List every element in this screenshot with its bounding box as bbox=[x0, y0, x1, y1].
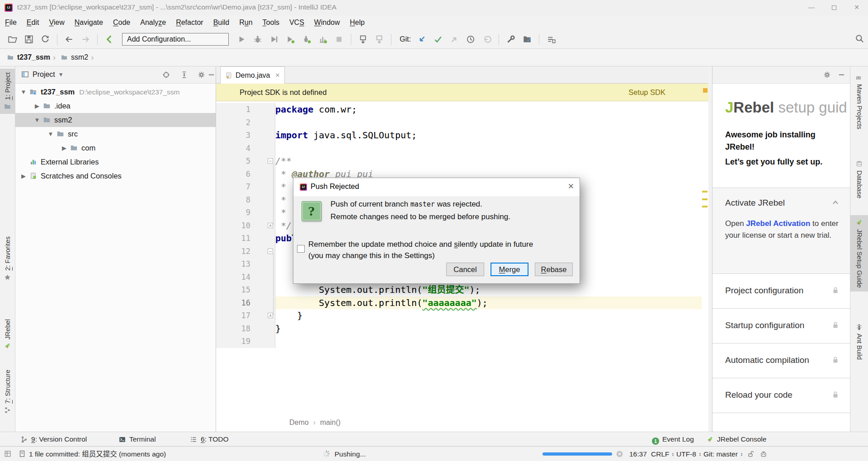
encoding-widget[interactable]: UTF-8 bbox=[676, 447, 702, 461]
open-icon[interactable] bbox=[8, 34, 18, 44]
rollback-icon[interactable] bbox=[482, 34, 492, 44]
warning-stripe-mark[interactable] bbox=[702, 198, 708, 200]
tool-window-button-jrebel-console[interactable]: JRebel Console bbox=[706, 432, 766, 447]
breadcrumb-item[interactable]: main() bbox=[320, 419, 340, 426]
tool-window-button-6-todo[interactable]: 6: TODO bbox=[190, 432, 228, 447]
fold-collapse-icon[interactable]: − bbox=[268, 158, 273, 164]
debug-icon[interactable] bbox=[253, 34, 263, 44]
menu-window[interactable]: Window bbox=[309, 15, 345, 29]
save-icon[interactable] bbox=[24, 34, 34, 44]
build-artifact-icon[interactable] bbox=[374, 34, 384, 44]
stop-icon[interactable] bbox=[334, 34, 344, 44]
tree-item-ssm2[interactable]: ▼ssm2 bbox=[15, 113, 216, 127]
forward-icon[interactable] bbox=[80, 34, 90, 44]
minimize-button[interactable]: — bbox=[800, 0, 823, 14]
stripe-tab-jrebel[interactable]: JRebel bbox=[0, 315, 15, 353]
hide-panel-icon[interactable] bbox=[837, 71, 846, 79]
menu-tools[interactable]: Tools bbox=[258, 15, 284, 29]
menu-vcs[interactable]: VCS bbox=[284, 15, 309, 29]
menu-help[interactable]: Help bbox=[345, 15, 370, 29]
menu-file[interactable]: File bbox=[0, 15, 22, 29]
stripe-tab-jrebel-setup-guide[interactable]: JRebel Setup Guide bbox=[850, 215, 868, 292]
remember-choice-checkbox[interactable] bbox=[297, 245, 305, 253]
menu-edit[interactable]: Edit bbox=[22, 15, 44, 29]
jr-debug-icon[interactable] bbox=[302, 34, 311, 44]
git-commit-icon[interactable] bbox=[433, 34, 443, 44]
stripe-tab-7-structure[interactable]: 7: Structure bbox=[0, 366, 15, 418]
breadcrumb-item[interactable]: t237_ssm bbox=[17, 53, 50, 61]
cancel-button[interactable]: Cancel bbox=[446, 263, 484, 276]
menu-run[interactable]: Run bbox=[234, 15, 257, 29]
tree-item-external-libraries[interactable]: External Libraries bbox=[15, 155, 216, 169]
jrebel-update-icon[interactable] bbox=[104, 34, 114, 44]
rebase-button[interactable]: Rebase bbox=[535, 263, 573, 276]
jrebel-activation-link[interactable]: JRebel Activation bbox=[746, 219, 810, 228]
run-icon[interactable] bbox=[236, 34, 246, 44]
chevron-right-icon[interactable]: ▶ bbox=[61, 141, 68, 155]
merge-button[interactable]: Merge bbox=[491, 263, 528, 276]
fold-end-icon[interactable]: ∧ bbox=[268, 223, 273, 228]
stripe-tab-2-favorites[interactable]: 2: Favorites bbox=[0, 233, 15, 285]
cancel-progress-icon[interactable] bbox=[616, 450, 623, 458]
section-automatic-compilation[interactable]: Automatic compilation bbox=[712, 343, 850, 378]
hide-panel-icon[interactable] bbox=[207, 71, 216, 79]
collapse-all-icon[interactable] bbox=[180, 71, 189, 79]
tool-window-quick-access-icon[interactable] bbox=[4, 450, 12, 458]
run-configuration-combo[interactable]: Add Configuration... bbox=[122, 33, 229, 46]
project-structure-icon[interactable] bbox=[522, 34, 532, 44]
coverage-icon[interactable] bbox=[269, 34, 279, 44]
menu-build[interactable]: Build bbox=[208, 15, 235, 29]
settings-icon[interactable] bbox=[506, 34, 516, 44]
tree-item--idea[interactable]: ▶.idea bbox=[15, 99, 216, 113]
breadcrumb-item[interactable]: ssm2 bbox=[71, 53, 88, 61]
section-project-configuration[interactable]: Project configuration bbox=[712, 274, 850, 309]
section-reload-your-code[interactable]: Reload your code bbox=[712, 378, 850, 413]
fold-collapse-icon[interactable]: − bbox=[268, 249, 273, 254]
chevron-right-icon[interactable]: ▶ bbox=[33, 99, 41, 113]
tab-demo-java[interactable]: Demo.java ✕ bbox=[220, 66, 285, 84]
stripe-tab-ant-build[interactable]: Ant Build bbox=[850, 320, 868, 363]
tree-item-t237-ssm[interactable]: ▼t237_ssmD:\eclipse_workspace\t237_ssm bbox=[15, 85, 216, 99]
menu-code[interactable]: Code bbox=[108, 15, 135, 29]
tool-window-button-event-log[interactable]: 1Event Log bbox=[652, 432, 694, 447]
gear-icon[interactable] bbox=[197, 71, 206, 79]
tree-item-scratches-and-consoles[interactable]: ▶Scratches and Consoles bbox=[15, 169, 216, 183]
close-button[interactable]: ✕ bbox=[845, 0, 868, 14]
checkbox-label[interactable]: Remember the update method choice and si… bbox=[308, 239, 533, 261]
fold-end-icon[interactable]: ∧ bbox=[268, 313, 273, 318]
tool-window-button-terminal[interactable]: Terminal bbox=[118, 432, 156, 447]
tool-window-button-9-version-control[interactable]: 9: Version Control bbox=[20, 432, 87, 447]
stripe-tab-database[interactable]: Database bbox=[850, 156, 868, 202]
menu-analyze[interactable]: Analyze bbox=[135, 15, 171, 29]
maximize-button[interactable] bbox=[823, 0, 845, 14]
warning-stripe-mark[interactable] bbox=[702, 191, 708, 193]
chevron-down-icon[interactable]: ▼ bbox=[33, 113, 41, 127]
chevron-up-icon[interactable] bbox=[831, 198, 840, 207]
menu-view[interactable]: View bbox=[44, 15, 69, 29]
menu-navigate[interactable]: Navigate bbox=[70, 15, 108, 29]
locate-file-icon[interactable] bbox=[162, 71, 170, 79]
sync-icon[interactable] bbox=[40, 34, 50, 44]
jr-run-icon[interactable] bbox=[285, 34, 295, 44]
back-icon[interactable] bbox=[64, 34, 74, 44]
history-icon[interactable] bbox=[466, 34, 476, 44]
git-push-icon[interactable] bbox=[449, 34, 459, 44]
line-ending-widget[interactable]: CRLF bbox=[651, 447, 675, 461]
unlock-icon[interactable] bbox=[747, 450, 755, 458]
build-icon[interactable] bbox=[358, 34, 368, 44]
stripe-tab-maven-projects[interactable]: mMaven Projects bbox=[850, 70, 868, 133]
search-everywhere-icon[interactable] bbox=[854, 33, 864, 43]
section-startup-configuration[interactable]: Startup configuration bbox=[712, 309, 850, 343]
setup-sdk-link[interactable]: Setup SDK bbox=[628, 84, 665, 101]
stripe-tab-1-project[interactable]: 1: Project bbox=[0, 69, 15, 114]
breadcrumb-item[interactable]: Demo bbox=[289, 419, 309, 426]
inspection-indicator-icon[interactable] bbox=[703, 88, 708, 93]
dialog-close-icon[interactable]: ✕ bbox=[568, 182, 574, 191]
git-branch-widget[interactable]: Git: master bbox=[703, 447, 744, 461]
close-tab-icon[interactable]: ✕ bbox=[275, 72, 280, 79]
chevron-right-icon[interactable]: ▶ bbox=[20, 169, 27, 183]
project-view-selector[interactable]: Project ▼ bbox=[21, 70, 64, 79]
sync-settings-icon[interactable] bbox=[546, 34, 556, 44]
gear-icon[interactable] bbox=[823, 71, 831, 79]
chevron-down-icon[interactable]: ▼ bbox=[20, 85, 27, 99]
